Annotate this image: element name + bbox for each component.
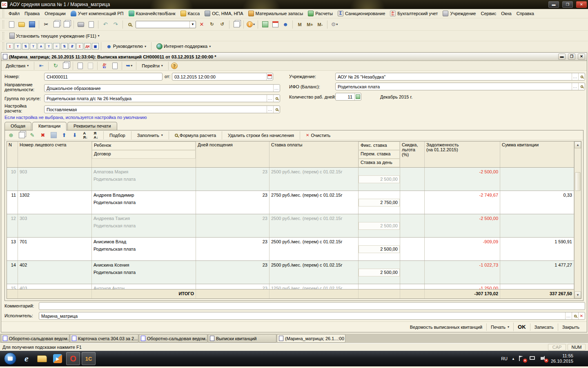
report-icon[interactable]: А xyxy=(38,43,45,49)
taskbar-media-player[interactable]: ▶ xyxy=(51,352,65,365)
chevron-down-icon[interactable]: ▼ xyxy=(189,21,196,28)
report-icon[interactable]: Σ xyxy=(7,43,13,49)
col-header-rate[interactable]: Ставка оплаты xyxy=(270,141,359,167)
user-button[interactable]: ☻ xyxy=(281,20,290,29)
calculator-button[interactable] xyxy=(261,20,270,29)
table-row[interactable]: 12 303 Андреева ТаисияРодительская плата… xyxy=(7,214,574,238)
report-icon[interactable]: Т xyxy=(30,43,37,49)
ellipsis-button[interactable]: ... xyxy=(572,83,578,90)
tray-expand-icon[interactable]: ▲ xyxy=(512,357,515,361)
calendar-picker-button[interactable] xyxy=(266,73,273,80)
fill-menu-button[interactable]: Заполнить▾ xyxy=(134,132,166,139)
doc-minimize-button[interactable]: ▬ xyxy=(558,54,566,60)
action-center-icon[interactable]: ✕ xyxy=(519,356,526,361)
calendar-button[interactable] xyxy=(271,20,280,29)
lookup-button[interactable] xyxy=(572,312,578,319)
lookup-button[interactable] xyxy=(273,95,280,102)
taskbar-clock[interactable]: 11:55 26.10.2015 xyxy=(551,353,573,364)
ellipsis-button[interactable]: ... xyxy=(565,312,572,319)
set-current-institution-button[interactable]: Установить текущее учреждение (F11) ▾ xyxy=(7,31,102,40)
write-button[interactable]: Записать xyxy=(530,323,558,331)
report-icon[interactable]: Σ xyxy=(76,43,83,49)
menu-cashbox[interactable]: Касса xyxy=(178,10,202,17)
lookup-button[interactable] xyxy=(578,73,585,80)
menu-help[interactable]: Справка xyxy=(514,10,536,17)
table-row[interactable]: 11 1302 Андреев ВладимирРодительская пла… xyxy=(7,191,574,214)
col-header-n[interactable]: N xyxy=(7,141,18,167)
journal-button[interactable] xyxy=(110,61,119,70)
minimize-button[interactable]: ▬ xyxy=(548,1,559,8)
report-icon[interactable]: Т xyxy=(14,43,21,49)
copy-button[interactable] xyxy=(52,20,61,29)
clear-button[interactable]: ✕Очистить xyxy=(303,132,333,139)
tab-receipts[interactable]: Квитанции xyxy=(32,122,67,130)
undo-button[interactable]: ↶ xyxy=(101,20,110,29)
find-next-button[interactable]: ↻ xyxy=(207,20,216,29)
formula-button[interactable]: Формула расчета xyxy=(172,132,219,139)
lookup-button[interactable] xyxy=(273,106,280,113)
memory-m-button[interactable]: M xyxy=(295,20,304,29)
window-tab-active[interactable]: (Марина_матрица; 26.1...:00 * xyxy=(277,334,345,343)
table-row[interactable]: 15 403 Антонов Антон 23 1250 руб./мес. (… xyxy=(7,284,574,289)
lookup-button[interactable] xyxy=(578,83,585,90)
service-group-field[interactable]: Родительская плата д/с № 26 Незабудка ..… xyxy=(44,94,280,102)
menu-operations[interactable]: Операции xyxy=(42,10,67,17)
menu-sanctioning[interactable]: ΣСанкционирование xyxy=(336,10,387,17)
end-edit-button[interactable] xyxy=(49,131,58,140)
window-tab[interactable]: Оборотно-сальдовая ведом... xyxy=(1,334,69,343)
workdays-field[interactable]: 11 xyxy=(335,93,361,101)
menu-file[interactable]: Файл xyxy=(7,10,22,17)
copy-row-button[interactable] xyxy=(17,131,26,140)
preview-button[interactable] xyxy=(87,20,96,29)
delete-row-button[interactable]: ✖ xyxy=(38,131,47,140)
report-icon[interactable]: Т xyxy=(45,43,52,49)
taskbar-opera[interactable]: O xyxy=(66,352,80,365)
col-header-debt[interactable]: Задолженность(на 01.12.2015) xyxy=(425,141,500,167)
post-button[interactable] xyxy=(76,61,85,70)
doc-close-button[interactable]: ✕ xyxy=(578,54,585,60)
ifo-field[interactable]: Родительская плата ... xyxy=(335,83,585,90)
tab-print-details[interactable]: Реквизиты печати xyxy=(67,122,117,130)
memory-m-plus-button[interactable]: M+ xyxy=(305,20,314,29)
ellipsis-button[interactable]: ... xyxy=(267,106,273,113)
move-up-button[interactable]: ⬆ xyxy=(60,131,69,140)
report-icon[interactable]: ▦ xyxy=(92,43,99,49)
menu-fixed-assets[interactable]: ОС, НМА, НПА xyxy=(203,10,245,17)
ok-button[interactable]: OK xyxy=(513,323,530,331)
paste-button[interactable] xyxy=(62,20,71,29)
window-tab[interactable]: Оборотно-сальдовая ведом... xyxy=(139,334,207,343)
menu-institution[interactable]: Учреждение xyxy=(441,10,478,17)
clear-field-button[interactable]: ✕ xyxy=(578,312,585,319)
open-button[interactable] xyxy=(17,20,26,29)
volume-icon[interactable]: ✕ xyxy=(540,356,547,361)
edit-row-button[interactable]: ✎ xyxy=(28,131,37,140)
calc-button[interactable] xyxy=(354,93,361,100)
scroll-up-icon[interactable]: ▲ xyxy=(575,141,581,148)
save-button[interactable] xyxy=(27,20,36,29)
search-button[interactable] xyxy=(125,20,134,29)
vertical-scrollbar[interactable]: ▲ ▼ xyxy=(574,141,581,298)
redo-button[interactable]: ↷ xyxy=(111,20,120,29)
print-menu-button[interactable]: Печать▾ xyxy=(486,323,513,331)
remove-empty-rows-button[interactable]: Удалить строки без начисления xyxy=(225,132,297,139)
report-icon[interactable]: ⇵ xyxy=(69,43,76,49)
table-row[interactable]: 14 402 Анискина КсенияРодительская плата… xyxy=(7,261,574,284)
refresh-button[interactable]: ↻ xyxy=(51,61,60,70)
goto-menu-button[interactable]: Перейти▾ xyxy=(139,62,166,70)
unpost-button[interactable] xyxy=(86,61,95,70)
help-button[interactable]: ? xyxy=(171,63,178,69)
direction-field[interactable]: Дошкольное образование ... xyxy=(44,84,280,92)
close-doc-button[interactable]: Закрыть xyxy=(558,323,584,331)
settings-button[interactable]: ⚙▾ xyxy=(330,20,339,29)
comment-field[interactable] xyxy=(39,302,585,310)
cut-button[interactable]: ✂ xyxy=(42,20,51,29)
info-button[interactable]: i▾ xyxy=(246,20,255,29)
col-header-child[interactable]: Ребенок Договор xyxy=(92,141,196,167)
add-copy-button[interactable] xyxy=(61,61,70,70)
close-button[interactable]: ✕ xyxy=(576,1,587,8)
menu-calculations[interactable]: Расчеты xyxy=(306,10,335,17)
language-indicator[interactable]: RU xyxy=(501,356,508,361)
scroll-down-icon[interactable]: ▼ xyxy=(575,292,581,298)
menu-edit[interactable]: Правка xyxy=(22,10,42,17)
memory-m-minus-button[interactable]: M- xyxy=(316,20,325,29)
